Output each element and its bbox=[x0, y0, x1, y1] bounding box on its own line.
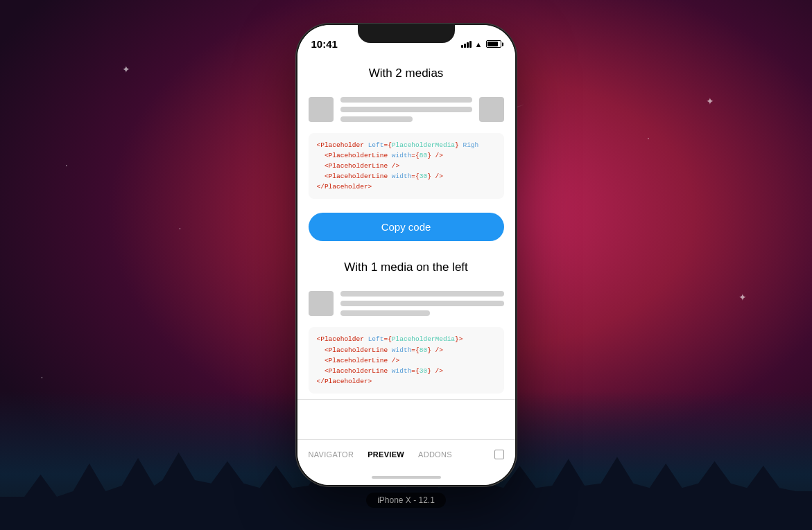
section-2-medias: With 2 medias bbox=[297, 55, 515, 250]
section-1-media-left: With 1 media on the left bbox=[297, 249, 515, 400]
star-icon: ✦ bbox=[738, 292, 747, 303]
home-indicator bbox=[297, 470, 515, 485]
code-line: <Placeholder Left={PlaceholderMedia}> bbox=[317, 334, 496, 344]
placeholder-line bbox=[340, 291, 504, 297]
section1-title: With 2 medias bbox=[309, 67, 504, 80]
bottom-tabs: NAVIGATOR PREVIEW ADDONS bbox=[297, 439, 515, 470]
phone-content: With 2 medias bbox=[297, 55, 515, 439]
star-icon: · bbox=[65, 159, 68, 170]
code-line: <PlaceholderLine /> bbox=[317, 355, 496, 366]
code-line: <PlaceholderLine width={30} /> bbox=[317, 366, 496, 376]
tab-addons[interactable]: ADDONS bbox=[418, 450, 452, 459]
placeholder-line bbox=[340, 310, 431, 316]
placeholder-preview-1 bbox=[309, 91, 504, 127]
tab-navigator[interactable]: NAVIGATOR bbox=[309, 450, 354, 459]
phone-frame: 10:41 ▲ bbox=[295, 23, 517, 487]
expand-icon[interactable] bbox=[494, 450, 504, 459]
content-lines bbox=[340, 291, 504, 316]
signal-icon bbox=[461, 40, 472, 48]
section2-title: With 1 media on the left bbox=[309, 260, 504, 274]
code-line: <PlaceholderLine width={80} /> bbox=[317, 150, 496, 161]
placeholder-line bbox=[340, 301, 504, 306]
placeholder-preview-2 bbox=[309, 285, 504, 321]
phone-label: iPhone X - 12.1 bbox=[366, 493, 446, 508]
code-line: </Placeholder> bbox=[317, 182, 496, 192]
star-icon: · bbox=[647, 132, 650, 143]
code-line: <Placeholder Left={PlaceholderMedia} Rig… bbox=[317, 140, 496, 150]
placeholder-line bbox=[340, 116, 413, 122]
phone-screen: 10:41 ▲ bbox=[297, 25, 515, 485]
media-thumb-left bbox=[309, 291, 334, 316]
scroll-area[interactable]: With 2 medias bbox=[297, 55, 515, 439]
media-thumb-left bbox=[309, 97, 334, 122]
code-line: <PlaceholderLine width={30} /> bbox=[317, 171, 496, 182]
star-icon: · bbox=[41, 371, 44, 382]
notch bbox=[358, 25, 455, 43]
code-line: </Placeholder> bbox=[317, 376, 496, 387]
star-icon: · bbox=[179, 222, 182, 233]
status-icons: ▲ bbox=[461, 40, 501, 48]
copy-code-button[interactable]: Copy code bbox=[309, 213, 504, 241]
placeholder-line bbox=[340, 97, 472, 103]
placeholder-line bbox=[340, 107, 472, 112]
battery-icon bbox=[486, 40, 501, 48]
code-line: <PlaceholderLine width={80} /> bbox=[317, 345, 496, 355]
code-block-2: <Placeholder Left={PlaceholderMedia}> <P… bbox=[309, 327, 504, 394]
home-bar bbox=[372, 476, 441, 479]
star-icon: ✦ bbox=[122, 64, 130, 75]
code-line: <PlaceholderLine /> bbox=[317, 161, 496, 171]
phone-wrapper: 10:41 ▲ bbox=[295, 23, 517, 508]
section-divider bbox=[297, 399, 515, 400]
wifi-icon: ▲ bbox=[475, 40, 483, 48]
star-icon: ✦ bbox=[706, 96, 714, 107]
status-time: 10:41 bbox=[311, 38, 338, 50]
content-lines bbox=[340, 97, 472, 122]
code-block-1: <Placeholder Left={PlaceholderMedia} Rig… bbox=[309, 133, 504, 200]
media-thumb-right bbox=[479, 97, 504, 122]
tab-preview[interactable]: PREVIEW bbox=[368, 450, 404, 459]
